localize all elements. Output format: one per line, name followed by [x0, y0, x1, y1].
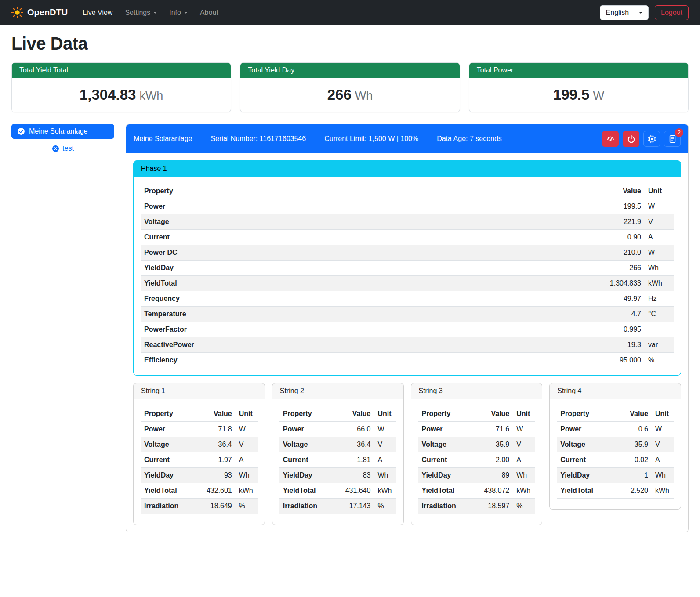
table-row: Power 71.8 W: [141, 422, 258, 437]
string-card-body: Property Value Unit: [411, 399, 542, 525]
value-cell: 36.4: [199, 437, 236, 452]
string-card-title: String 2: [272, 383, 403, 399]
sidebar-item-test[interactable]: test: [11, 145, 114, 152]
table-row: YieldDay 93 Wh: [141, 468, 258, 483]
property-cell: Current: [141, 452, 199, 468]
nav-about[interactable]: About: [195, 5, 224, 20]
unit-cell: Wh: [513, 468, 535, 483]
unit-cell: %: [645, 353, 674, 368]
page-container: Live Data Total Yield Total 1,304.83kWh …: [0, 25, 700, 546]
unit-cell: kWh: [374, 483, 396, 499]
nav-settings[interactable]: Settings: [120, 5, 162, 20]
phase-card: Phase 1 Property Value Unit: [133, 160, 681, 376]
table-row: YieldDay 1 Wh: [557, 468, 674, 483]
unit-cell: A: [645, 230, 674, 245]
value-cell: 93: [199, 468, 236, 483]
inverter-card-header: Meine Solaranlage Serial Number: 1161716…: [126, 124, 688, 153]
unit-cell: V: [652, 437, 674, 452]
unit-cell: %: [374, 499, 396, 514]
table-row: Current 1.97 A: [141, 452, 258, 468]
property-cell: Power: [557, 422, 615, 437]
property-cell: Irradiation: [279, 499, 337, 514]
string-card-title: String 3: [411, 383, 542, 399]
language-value: English: [606, 9, 629, 17]
power-button[interactable]: [623, 131, 639, 147]
table-row: YieldDay 83 Wh: [279, 468, 396, 483]
property-cell: YieldTotal: [418, 483, 476, 499]
sidebar-item-inverter-selected[interactable]: Meine Solaranlage: [11, 124, 114, 139]
x-circle-icon[interactable]: [52, 145, 59, 152]
value-cell: 71.8: [199, 422, 236, 437]
inverter-name: Meine Solaranlage: [134, 135, 192, 143]
property-cell: Power: [141, 422, 199, 437]
property-cell: Voltage: [141, 437, 199, 452]
property-cell: Temperature: [141, 307, 588, 322]
property-cell: Voltage: [418, 437, 476, 452]
table-row: YieldTotal 431.640 kWh: [279, 483, 396, 499]
language-select[interactable]: English: [600, 5, 649, 20]
value-cell: 0.02: [615, 452, 652, 468]
phase-card-title: Phase 1: [134, 161, 681, 177]
unit-cell: W: [645, 245, 674, 261]
header-unit: Unit: [513, 406, 535, 422]
table-row: Voltage 35.9 V: [418, 437, 535, 452]
unit-cell: A: [513, 452, 535, 468]
table-row: Voltage 36.4 V: [141, 437, 258, 452]
value-cell: 36.4: [337, 437, 374, 452]
inverter-card: Meine Solaranlage Serial Number: 1161716…: [126, 124, 689, 532]
nav-about-label: About: [200, 9, 218, 17]
logout-button[interactable]: Logout: [655, 5, 689, 20]
cpu-icon: [648, 135, 656, 143]
device-info-button[interactable]: [643, 131, 660, 147]
string-table-body: Power 0.6 W Voltage 35.9: [557, 422, 674, 499]
value-cell: 2.520: [615, 483, 652, 499]
header-unit: Unit: [236, 406, 258, 422]
phase-card-body: Property Value Unit Power: [134, 177, 681, 375]
summary-card: Total Yield Day 266Wh: [240, 62, 460, 112]
unit-cell: Hz: [645, 291, 674, 307]
unit-cell: var: [645, 337, 674, 353]
event-log-button[interactable]: 2: [664, 131, 681, 147]
unit-cell: kWh: [645, 276, 674, 291]
nav-live-view[interactable]: Live View: [77, 5, 118, 20]
inverter-actions: 2: [602, 131, 681, 147]
summary-card-title: Total Yield Total: [12, 63, 231, 78]
sidebar: Meine Solaranlage test: [11, 124, 114, 152]
summary-value: 1,304.83: [80, 87, 136, 103]
table-row: Irradiation 18.597 %: [418, 499, 535, 514]
unit-cell: W: [374, 422, 396, 437]
table-header-row: Property Value Unit: [141, 406, 258, 422]
event-log-icon: [668, 135, 677, 143]
limit-settings-button[interactable]: [602, 131, 619, 147]
summary-value: 266: [327, 87, 352, 103]
header-property: Property: [418, 406, 476, 422]
summary-unit: kWh: [139, 89, 163, 102]
unit-cell: W: [652, 422, 674, 437]
property-cell: Current: [418, 452, 476, 468]
unit-cell: A: [374, 452, 396, 468]
header-property: Property: [141, 406, 199, 422]
unit-cell: kWh: [652, 483, 674, 499]
nav-info[interactable]: Info: [164, 5, 193, 20]
value-cell: 1.97: [199, 452, 236, 468]
property-cell: Irradiation: [418, 499, 476, 514]
header-unit: Unit: [374, 406, 396, 422]
string-card-body: Property Value Unit: [550, 399, 681, 509]
nav-info-label: Info: [169, 9, 181, 17]
value-cell: 49.97: [588, 291, 645, 307]
value-cell: 35.9: [615, 437, 652, 452]
table-row: Irradiation 18.649 %: [141, 499, 258, 514]
value-cell: 66.0: [337, 422, 374, 437]
value-cell: 83: [337, 468, 374, 483]
brand[interactable]: OpenDTU: [11, 7, 68, 18]
table-row: PowerFactor 0.995: [141, 322, 674, 337]
table-row: Irradiation 17.143 %: [279, 499, 396, 514]
property-cell: YieldDay: [141, 261, 588, 276]
unit-cell: Wh: [236, 468, 258, 483]
unit-cell: Wh: [374, 468, 396, 483]
content-row: Meine Solaranlage test Meine Solaranlage…: [11, 124, 689, 532]
table-row: Power 0.6 W: [557, 422, 674, 437]
property-cell: YieldDay: [279, 468, 337, 483]
sidebar-test-label: test: [62, 145, 74, 152]
property-cell: YieldTotal: [557, 483, 615, 499]
